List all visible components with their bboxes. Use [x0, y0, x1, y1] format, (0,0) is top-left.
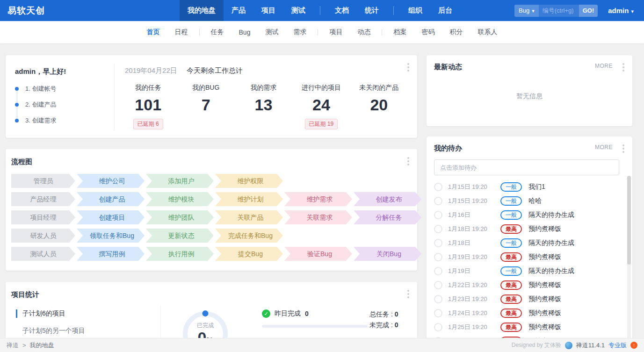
- todo-date: 1月25日 19:20: [448, 323, 500, 331]
- flow-step-chevron[interactable]: 关闭Bug: [354, 247, 421, 261]
- app-logo[interactable]: 易软天创: [7, 5, 45, 17]
- flow-step-chevron[interactable]: 添加用户: [146, 174, 214, 188]
- topnav-item[interactable]: 我的地盘: [180, 0, 224, 21]
- flow-step-chevron[interactable]: 更新状态: [146, 229, 214, 243]
- subnav-item[interactable]: 档案: [386, 28, 414, 36]
- todo-text[interactable]: 预约煮稀饭: [528, 225, 561, 233]
- todo-item: 1月24日 19:20最高预约煮稀饭: [434, 306, 625, 320]
- flow-step-chevron[interactable]: 创建发布: [354, 192, 421, 206]
- subnav-item[interactable]: 需求: [286, 28, 314, 36]
- subnav-item[interactable]: 日程: [167, 28, 195, 36]
- scrollbar-thumb[interactable]: [627, 176, 631, 265]
- subnav-item[interactable]: 联系人: [470, 28, 505, 36]
- kebab-menu-icon[interactable]: [405, 287, 412, 301]
- flow-step-chevron[interactable]: 关联需求: [284, 210, 352, 224]
- todo-text[interactable]: 隔天的待办生成: [528, 211, 574, 219]
- flow-step-chevron[interactable]: 执行用例: [146, 247, 214, 261]
- flow-step-chevron[interactable]: 维护权限: [215, 174, 283, 188]
- kebab-menu-icon[interactable]: [620, 142, 627, 155]
- flow-step-chevron[interactable]: 提交Bug: [215, 247, 283, 261]
- search-input[interactable]: [539, 7, 579, 14]
- subnav-item[interactable]: 积分: [442, 28, 470, 36]
- todo-text[interactable]: 预约煮稀饭: [528, 309, 561, 317]
- todo-text[interactable]: 预约煮稀饭: [528, 253, 561, 261]
- todo-text[interactable]: 隔天的待办生成: [528, 239, 574, 247]
- flowchart-title: 流程图: [11, 158, 412, 166]
- flow-step-chevron[interactable]: 维护模块: [146, 192, 214, 206]
- upgrade-icon[interactable]: [630, 342, 637, 349]
- todo-checkbox[interactable]: [434, 267, 442, 275]
- todo-checkbox[interactable]: [434, 295, 442, 303]
- todo-checkbox[interactable]: [434, 323, 442, 331]
- flow-step-chevron[interactable]: 创建项目: [77, 210, 145, 224]
- todo-text[interactable]: 预约煮稀饭: [528, 323, 561, 331]
- check-circle-icon: [262, 309, 270, 318]
- todo-text[interactable]: 预约煮稀饭: [528, 281, 561, 289]
- kebab-menu-icon[interactable]: [405, 61, 412, 74]
- search-go-button[interactable]: GO!: [579, 5, 598, 17]
- flow-step-chevron[interactable]: 关联产品: [215, 210, 283, 224]
- todo-text[interactable]: 我们1: [528, 183, 545, 191]
- kebab-menu-icon[interactable]: [405, 155, 412, 168]
- todo-text[interactable]: 预约煮稀饭: [528, 295, 561, 303]
- todo-checkbox[interactable]: [434, 309, 442, 317]
- subnav-item[interactable]: 首页: [139, 28, 167, 36]
- project-list-item[interactable]: 子计划5的另一个项目: [11, 323, 160, 339]
- topnav-item[interactable]: 测试: [283, 0, 313, 21]
- total-row: 未完成 : 0: [369, 321, 406, 330]
- todo-item: 1月18日一般隔天的待办生成: [434, 236, 625, 250]
- breadcrumb-root[interactable]: 禅道: [7, 341, 19, 350]
- kebab-menu-icon[interactable]: [620, 61, 627, 74]
- todo-text[interactable]: 哈哈: [528, 197, 542, 205]
- add-todo-input[interactable]: [434, 159, 619, 175]
- welcome-card: admin，早上好! 1. 创建帐号2. 创建产品3. 创建需求 2019年04…: [6, 55, 417, 138]
- subnav-item[interactable]: 项目: [322, 28, 350, 36]
- subnav-item[interactable]: 测试: [258, 28, 286, 36]
- topnav-item[interactable]: 组织: [400, 0, 430, 21]
- flow-step-chevron[interactable]: 分解任务: [354, 210, 421, 224]
- subnav-item[interactable]: 密码: [414, 28, 442, 36]
- project-stats-title: 项目统计: [11, 290, 412, 299]
- todo-checkbox[interactable]: [434, 281, 442, 289]
- topnav-item[interactable]: 项目: [253, 0, 283, 21]
- topnav-item[interactable]: 统计: [357, 0, 387, 21]
- onboarding-checklist: 1. 创建帐号2. 创建产品3. 创建需求: [15, 85, 114, 125]
- subnav-item[interactable]: 动态: [350, 28, 378, 36]
- todo-text[interactable]: 隔天的待办生成: [528, 267, 574, 275]
- todo-item: 1月18日 19:20最高预约煮稀饭: [434, 222, 625, 236]
- priority-badge: 最高: [500, 309, 522, 318]
- flow-step-chevron[interactable]: 领取任务和Bug: [77, 229, 145, 243]
- todo-checkbox[interactable]: [434, 225, 442, 233]
- edition-link[interactable]: 专业版: [608, 341, 627, 350]
- latest-news-card: 最新动态 MORE 暂无信息: [427, 55, 632, 126]
- flow-step-chevron[interactable]: 撰写用例: [77, 247, 145, 261]
- todo-checkbox[interactable]: [434, 239, 442, 247]
- more-link[interactable]: MORE: [595, 63, 613, 69]
- project-list-item[interactable]: 子计划6的项目: [11, 306, 160, 322]
- more-link[interactable]: MORE: [595, 144, 613, 151]
- flow-step-chevron[interactable]: 维护计划: [215, 192, 283, 206]
- todo-checkbox[interactable]: [434, 197, 442, 205]
- flow-step-chevron[interactable]: 维护需求: [284, 192, 352, 206]
- subnav-item[interactable]: Bug: [232, 29, 258, 36]
- flow-step-chevron[interactable]: 维护团队: [146, 210, 214, 224]
- todo-checkbox[interactable]: [434, 211, 442, 219]
- scrollbar-track[interactable]: [627, 176, 631, 352]
- topnav-item[interactable]: 产品: [224, 0, 253, 21]
- todo-item: 1月25日 19:20最高预约煮稀饭: [434, 320, 625, 334]
- user-menu[interactable]: admin: [605, 6, 637, 15]
- search-module-dropdown[interactable]: Bug: [514, 5, 539, 17]
- topnav-item[interactable]: 后台: [430, 0, 460, 21]
- flow-step-chevron[interactable]: 创建产品: [77, 192, 145, 206]
- todo-date: 1月18日: [448, 239, 500, 247]
- todo-checkbox[interactable]: [434, 253, 442, 261]
- subnav-item[interactable]: 任务: [203, 28, 232, 36]
- todo-checkbox[interactable]: [434, 183, 442, 191]
- flow-step-chevron[interactable]: 验证Bug: [284, 247, 352, 261]
- topnav-item[interactable]: 文档: [327, 0, 357, 21]
- flow-step-chevron[interactable]: 维护公司: [77, 174, 145, 188]
- priority-badge: 一般: [500, 196, 522, 206]
- todo-date: 1月24日 19:20: [448, 309, 500, 317]
- todo-list: 1月15日 19:20一般我们11月15日 19:20一般哈哈1月16日一般隔天…: [434, 180, 625, 348]
- flow-step-chevron[interactable]: 完成任务和Bug: [215, 229, 283, 243]
